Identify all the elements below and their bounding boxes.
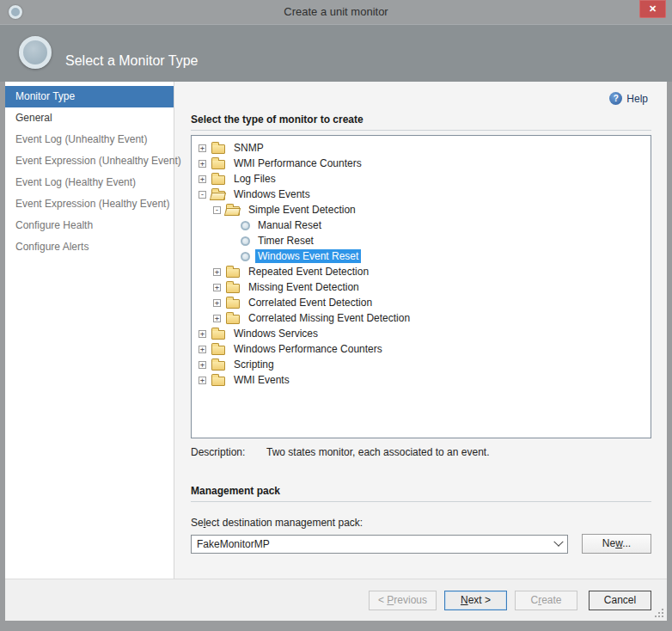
tree-node-timer-reset[interactable]: Timer Reset [255,234,316,248]
tree-row: +Scripting [195,357,649,372]
collapse-toggle-icon[interactable]: - [213,206,221,214]
tree-node-windows-event-reset[interactable]: Windows Event Reset [255,249,361,263]
folder-open-icon [211,191,225,200]
expand-toggle-icon[interactable]: + [199,330,206,338]
tree-row: -Simple Event Detection [195,202,649,217]
tree-node-scripting[interactable]: Scripting [231,358,277,371]
sidebar-item-configure-health[interactable]: Configure Health [5,215,174,236]
expand-toggle-icon[interactable]: + [199,377,206,384]
tree-row: +Correlated Missing Event Detection [195,310,649,326]
tree-row: +WMI Events [195,372,649,388]
tree-node-snmp[interactable]: SNMP [231,141,266,155]
main-area: Monitor TypeGeneralEvent Log (Unhealthy … [5,82,667,579]
description-text: Two states monitor, each associated to a… [266,446,489,458]
destination-pack-label: Select destination management pack: [191,517,651,529]
sidebar-item-event-expression-unhealthy-event[interactable]: Event Expression (Unhealthy Event) [5,150,174,172]
expand-toggle-icon[interactable]: + [199,361,206,369]
tree-row: +Missing Event Detection [195,279,649,295]
expand-toggle-icon[interactable]: + [199,160,206,168]
window-title: Create a unit monitor [0,5,672,18]
help-label: Help [626,93,648,105]
tree-row: Timer Reset [195,233,649,248]
folder-closed-icon [226,315,240,324]
sidebar: Monitor TypeGeneralEvent Log (Unhealthy … [5,82,174,579]
sidebar-item-general[interactable]: General [5,107,174,129]
sidebar-item-event-log-healthy-event[interactable]: Event Log (Healthy Event) [5,172,174,193]
expand-toggle-icon[interactable]: + [199,144,206,152]
close-button[interactable]: ✕ [639,0,666,18]
help-link[interactable]: ? Help [609,92,648,105]
tree-node-wmi-events[interactable]: WMI Events [231,373,292,387]
tree-row: +WMI Performance Counters [195,156,649,171]
tree-node-simple-event-detection[interactable]: Simple Event Detection [246,203,358,217]
tree-node-repeated-event-detection[interactable]: Repeated Event Detection [246,265,371,279]
tree-row: -Windows Events [195,187,649,202]
folder-closed-icon [226,299,240,309]
content-panel: ? Help Select the type of monitor to cre… [174,82,667,579]
folder-closed-icon [211,330,225,340]
titlebar: Create a unit monitor ✕ [0,0,672,24]
description-row: Description: Two states monitor, each as… [191,446,651,458]
folder-open-icon [226,206,240,216]
folder-closed-icon [211,361,225,371]
sidebar-item-configure-alerts[interactable]: Configure Alerts [5,236,174,258]
tree-row: +SNMP [195,140,649,156]
description-label: Description: [191,446,266,458]
management-pack-row: FakeMonitorMP New... [191,534,651,554]
folder-closed-icon [211,377,225,386]
expand-toggle-icon[interactable]: + [213,284,221,291]
close-icon: ✕ [649,3,657,14]
new-management-pack-button[interactable]: New... [582,534,651,554]
tree-row: Manual Reset [195,217,649,233]
resize-grip[interactable] [655,609,663,617]
expand-toggle-icon[interactable]: + [213,299,221,307]
expand-toggle-icon[interactable]: + [199,346,206,353]
previous-button: < Previous [369,591,437,610]
monitor-type-tree[interactable]: +SNMP+WMI Performance Counters+Log Files… [191,135,651,438]
expand-toggle-icon[interactable]: + [199,175,206,183]
folder-closed-icon [226,268,240,278]
tree-row: +Windows Performance Counters [195,341,649,357]
folder-closed-icon [211,175,225,185]
tree-node-windows-services[interactable]: Windows Services [231,327,321,340]
tree-node-log-files[interactable]: Log Files [231,172,278,186]
combobox-value: FakeMonitorMP [197,538,555,550]
footer-buttons: < PreviousNext >CreateCancel [369,591,651,610]
chevron-down-icon [553,536,563,546]
wizard-header: Select a Monitor Type [0,24,672,82]
content-heading: Select the type of monitor to create [191,113,651,131]
footer-bar: < PreviousNext >CreateCancel [5,579,667,621]
create-button: Create [515,591,577,610]
tree-row: +Windows Services [195,326,649,341]
help-icon: ? [609,92,622,105]
tree-row: +Log Files [195,171,649,187]
tree-node-correlated-missing-event-detection[interactable]: Correlated Missing Event Detection [246,311,412,325]
sidebar-item-event-expression-healthy-event[interactable]: Event Expression (Healthy Event) [5,193,174,215]
tree-node-correlated-event-detection[interactable]: Correlated Event Detection [246,296,375,309]
tree-node-wmi-performance-counters[interactable]: WMI Performance Counters [231,156,364,170]
tree-node-missing-event-detection[interactable]: Missing Event Detection [246,280,362,294]
expand-toggle-icon[interactable]: + [213,315,221,322]
folder-closed-icon [211,346,225,355]
monitor-ring-icon [19,36,52,69]
page-title: Select a Monitor Type [65,53,198,69]
next-button[interactable]: Next > [444,591,507,610]
cancel-button[interactable]: Cancel [589,591,651,610]
destination-pack-combobox[interactable]: FakeMonitorMP [191,535,568,554]
folder-closed-icon [211,144,225,154]
tree-row: +Correlated Event Detection [195,295,649,310]
tree-node-windows-performance-counters[interactable]: Windows Performance Counters [231,342,385,356]
expand-toggle-icon[interactable]: + [213,268,221,276]
monitor-circle-icon [241,252,250,261]
tree-node-manual-reset[interactable]: Manual Reset [255,218,324,232]
monitor-circle-icon [241,221,250,230]
tree-node-windows-events[interactable]: Windows Events [231,187,313,201]
sidebar-item-monitor-type[interactable]: Monitor Type [5,86,174,107]
collapse-toggle-icon[interactable]: - [199,191,206,199]
management-pack-heading: Management pack [191,485,651,502]
monitor-circle-icon [241,236,250,246]
sidebar-item-event-log-unhealthy-event[interactable]: Event Log (Unhealthy Event) [5,129,174,150]
tree-row: Windows Event Reset [195,248,649,264]
folder-closed-icon [226,284,240,293]
tree-row: +Repeated Event Detection [195,264,649,279]
